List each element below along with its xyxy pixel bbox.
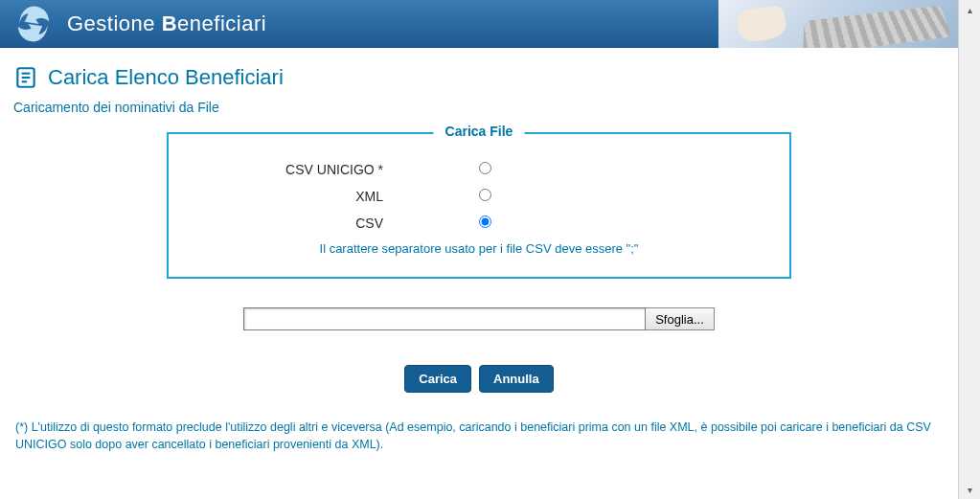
browse-button[interactable]: Sfoglia... <box>646 307 715 330</box>
content: Carica Elenco Beneficiari Caricamento de… <box>0 48 958 463</box>
header-title-prefix: Gestione <box>67 11 162 35</box>
radio-row-csv-unicigo: CSV UNICIGO * <box>188 161 770 178</box>
footnote: (*) L'utilizzo di questo formato preclud… <box>13 420 945 453</box>
radio-csv[interactable] <box>479 215 491 228</box>
radio-label: CSV <box>188 215 479 231</box>
radio-row-xml: XML <box>188 188 770 205</box>
header-decorative-image <box>718 0 958 48</box>
radio-row-csv: CSV <box>188 215 770 232</box>
radio-label: CSV UNICIGO * <box>188 162 479 177</box>
load-button[interactable]: Carica <box>404 365 471 393</box>
action-row: Carica Annulla <box>13 365 945 393</box>
header-title-strong: B <box>162 11 177 35</box>
swirl-logo-icon <box>0 0 67 48</box>
header-banner: Gestione Beneficiari <box>0 0 958 48</box>
page-subtitle: Caricamento dei nominativi da File <box>13 100 945 115</box>
page-container: Gestione Beneficiari Carica Elenco Benef… <box>0 0 958 499</box>
cancel-button[interactable]: Annulla <box>479 365 554 393</box>
file-path-input[interactable] <box>243 307 646 330</box>
fieldset-note: Il carattere separatore usato per i file… <box>188 241 770 256</box>
header-title: Gestione Beneficiari <box>67 11 266 36</box>
radio-csv-unicigo[interactable] <box>479 162 491 174</box>
scroll-up-icon[interactable]: ▴ <box>959 0 981 19</box>
document-icon <box>13 65 38 90</box>
vertical-scrollbar[interactable]: ▴ ▾ <box>958 0 980 499</box>
radio-xml[interactable] <box>479 189 491 201</box>
header-title-rest: eneficiari <box>177 11 266 35</box>
radio-label: XML <box>188 189 479 204</box>
upload-fieldset: Carica File CSV UNICIGO * XML CSV Il car… <box>167 132 791 279</box>
page-title-row: Carica Elenco Beneficiari <box>13 65 945 90</box>
file-input-row: Sfoglia... <box>13 307 945 330</box>
page-title: Carica Elenco Beneficiari <box>48 65 284 90</box>
scroll-down-icon[interactable]: ▾ <box>959 480 981 499</box>
fieldset-legend: Carica File <box>434 124 525 139</box>
